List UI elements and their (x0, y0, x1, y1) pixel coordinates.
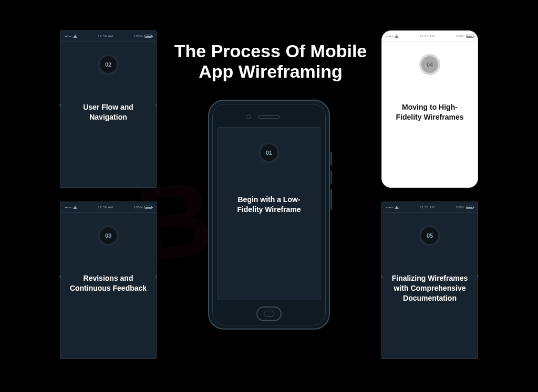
status-time: 12:56 AM (98, 35, 113, 38)
signal-icon (65, 35, 71, 38)
status-bar: 12:56 AM 100% (382, 202, 478, 213)
wifi-icon (73, 35, 77, 38)
phone-home-button-icon (256, 306, 282, 321)
battery-icon (144, 35, 152, 38)
battery-icon (466, 35, 473, 38)
step-number-badge: 05 (419, 225, 440, 246)
battery-pct: 100% (134, 206, 143, 209)
step-label: Moving to High-Fidelity Wireframes (382, 102, 478, 122)
battery-pct: 100% (456, 35, 464, 38)
battery-icon (466, 206, 473, 209)
wifi-icon (395, 206, 399, 209)
status-time: 12:56 AM (98, 206, 113, 209)
step-label: Begin with a Low-Fidelity Wireframe (218, 195, 320, 215)
phone-speaker-icon (258, 115, 280, 119)
step-number-badge: 03 (98, 225, 119, 246)
phone-side-button (330, 152, 332, 166)
step-number-badge: 01 (258, 142, 280, 163)
signal-icon (386, 35, 393, 38)
wifi-icon (395, 35, 399, 38)
step-card-05: 12:56 AM 100% 05 Finalizing Wireframes w… (381, 202, 478, 359)
signal-icon (386, 206, 393, 209)
phone-screen: 01 Begin with a Low-Fidelity Wireframe (218, 127, 320, 300)
battery-pct: 100% (134, 35, 143, 38)
step-card-03: 12:56 AM 100% 03 Revisions and Continuou… (60, 202, 157, 359)
wifi-icon (73, 206, 77, 209)
signal-icon (65, 206, 71, 209)
status-time: 12:56 AM (419, 35, 434, 38)
step-label: Revisions and Continuous Feedback (60, 273, 156, 293)
step-label: User Flow and Navigation (60, 102, 156, 122)
status-bar: 12:56 AM 100% (382, 31, 478, 41)
status-bar: 12:56 AM 100% (60, 31, 156, 41)
step-number-badge: 04 (419, 54, 440, 75)
step-number-badge: 02 (98, 54, 119, 75)
phone-camera-icon (246, 114, 251, 119)
status-time: 12:56 AM (419, 206, 434, 209)
page-title: The Process Of Mobile App Wireframing (158, 41, 384, 82)
phone-side-button (330, 170, 332, 184)
step-card-02: 12:56 AM 100% 02 User Flow and Navigatio… (60, 30, 157, 188)
step-card-04: 12:56 AM 100% 04 Moving to High-Fidelity… (381, 30, 478, 188)
battery-icon (144, 206, 152, 209)
status-bar: 12:56 AM 100% (60, 202, 156, 213)
step-phone-01: 01 Begin with a Low-Fidelity Wireframe (208, 100, 330, 330)
battery-pct: 100% (456, 206, 464, 209)
step-label: Finalizing Wireframes with Comprehensive… (382, 273, 478, 303)
phone-side-button (330, 189, 332, 210)
